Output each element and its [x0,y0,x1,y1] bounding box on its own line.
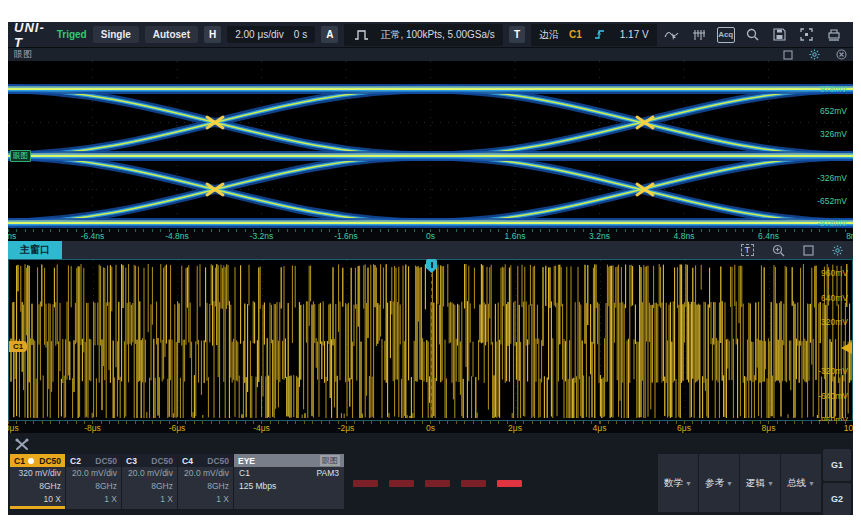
digital-channels-icon[interactable] [690,27,708,43]
time-label: 0s [426,423,435,433]
horizontal-settings[interactable]: 2.00 μs/div 0 s [227,26,315,43]
time-label: -4μs [253,423,270,433]
time-label: -6.4ns [81,231,105,241]
voltage-label: 978mV [820,84,847,94]
eye-card[interactable]: EYE 眼图 C1PAM3 125 Mbps [234,454,344,509]
time-label: -1.6ns [334,231,358,241]
eye-window-controls [783,49,847,60]
channel-bandwidth: 8GHz [122,480,177,493]
eye-card-title: EYE [238,456,255,466]
channel-active-underline [122,506,177,509]
restore-icon[interactable] [783,50,793,60]
main-waveform-plot[interactable]: C1 960mV640mV320mV-320mV-640mV-960mV [8,259,853,421]
time-label: -8ns [8,231,16,241]
channel-bandwidth: 8GHz [178,480,233,493]
eye-card-source-row: C1PAM3 [234,467,344,480]
voltage-label: 640mV [821,293,848,303]
brand-logo: UNI-T [14,22,45,50]
channel-active-dot [28,458,34,464]
time-label: -4.8ns [165,231,189,241]
indicator-dash [353,480,378,487]
eye-card-rate-row: 125 Mbps [234,480,344,493]
close-icon[interactable] [836,49,847,60]
channel-probe: 1 X [66,493,121,506]
acquisition-info: 正常, 100kPts, 5.00GSa/s [380,28,495,42]
eye-panel-title: 眼图 [14,48,32,61]
channel-id: C3 [126,456,137,466]
gear-icon[interactable] [809,49,820,60]
trigger-position-marker[interactable] [426,259,437,273]
time-label: 4μs [593,423,607,433]
eye-ground-marker[interactable]: 眼图 [10,150,31,162]
voltage-label: 320mV [821,317,848,327]
single-button[interactable]: Single [93,26,139,43]
channel-card-c4[interactable]: C4 DC50 20.0 mV/div 8GHz 1 X [178,454,233,509]
main-time-axis: -10μs-8μs-6μs-4μs-2μs0s2μs4μs6μs8μs10μs [8,421,853,433]
voltage-label: -640mV [818,391,848,401]
channel-id: C1 [14,456,34,466]
main-waveform-traces [9,260,852,420]
acq-icon[interactable]: Acq [717,27,735,43]
chevron-down-icon: ▼ [685,480,692,487]
trigger-settings[interactable]: 边沿 C1 1.17 V [531,24,657,46]
menu-button-数学[interactable]: 数学▼ [658,454,698,512]
group-button-g2[interactable]: G2 [823,483,851,515]
menu-button-逻辑[interactable]: 逻辑▼ [740,454,780,512]
group-button-g1[interactable]: G1 [823,449,851,481]
autoset-button[interactable]: Autoset [145,26,198,43]
zoom-in-icon[interactable] [772,244,785,257]
tools-icon[interactable] [14,437,30,452]
time-label: 0s [426,231,435,241]
main-window-tabstrip: 主窗口 T [8,241,853,259]
channel-id: C4 [182,456,193,466]
channel-card-c3[interactable]: C3 DC50 20.0 mV/div 8GHz 1 X [122,454,177,509]
printer-icon[interactable] [825,27,843,43]
indicator-dashes [353,480,522,487]
eye-card-header: EYE 眼图 [234,454,344,467]
channel-header: C2 DC50 [66,454,121,467]
search-icon[interactable] [744,27,762,43]
gear-icon[interactable] [832,245,843,256]
rising-edge-icon [592,27,610,43]
chevron-down-icon: ▼ [808,480,815,487]
cursor-waveform-icon[interactable] [663,27,681,43]
group-buttons: G1G2 [823,449,851,515]
voltage-label: -326mV [817,173,847,183]
channel-active-underline [10,506,65,509]
chevron-down-icon: ▼ [767,480,774,487]
time-label: 6.4ns [758,231,779,241]
main-window-tools: T [741,244,854,257]
indicator-dash [425,480,450,487]
menu-button-总线[interactable]: 总线▼ [781,454,821,512]
trigger-level-arrow[interactable] [841,342,852,354]
channel-probe: 10 X [10,493,65,506]
time-label: -3.2ns [250,231,274,241]
channel-probe: 1 X [178,493,233,506]
maximize-icon[interactable] [803,245,814,256]
channel-coupling: DC50 [95,456,117,466]
time-label: 3.2ns [589,231,610,241]
channel-card-c1[interactable]: C1 DC50 320 mV/div 8GHz 10 X [10,454,65,509]
voltage-label: -652mV [817,196,847,206]
time-label: 1.6ns [505,231,526,241]
channel-active-underline [66,506,121,509]
eye-diagram-plot[interactable]: 眼图 978mV652mV326mV-326mV-652mV-978mV [8,61,853,229]
time-label: 10μs [844,423,853,433]
eye-time-axis: -8ns-6.4ns-4.8ns-3.2ns-1.6ns0s1.6ns3.2ns… [8,229,853,241]
channel-bandwidth: 8GHz [10,480,65,493]
channel-card-c2[interactable]: C2 DC50 20.0 mV/div 8GHz 1 X [66,454,121,509]
acquire-settings[interactable]: 正常, 100kPts, 5.00GSa/s [344,24,503,46]
pulse-icon [352,27,370,43]
save-icon[interactable] [771,27,789,43]
settings-gear-icon[interactable] [852,27,853,43]
channel1-ground-marker[interactable]: C1 [9,341,27,352]
trigger-level: 1.17 V [620,29,649,40]
eye-card-badge: 眼图 [320,455,340,466]
trigger-tool-icon[interactable]: T [741,244,755,256]
time-label: -10μs [8,423,19,433]
channel-coupling: DC50 [207,456,229,466]
menu-button-参考[interactable]: 参考▼ [699,454,739,512]
tab-main-window[interactable]: 主窗口 [8,241,62,259]
channel-coupling: DC50 [151,456,173,466]
fullscreen-icon[interactable] [798,27,816,43]
